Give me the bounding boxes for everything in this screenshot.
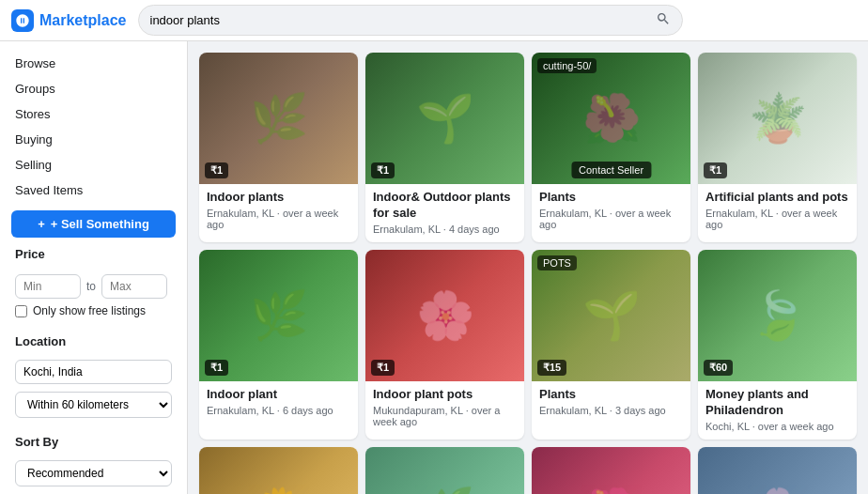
product-info: Indoor plant pots Mukundapuram, KL · ove… <box>365 381 524 435</box>
product-title: Plants <box>539 190 683 206</box>
product-image: 🌻 <box>199 447 358 494</box>
product-meta: Mukundapuram, KL · over a week ago <box>373 405 517 427</box>
search-button[interactable] <box>656 11 671 29</box>
product-info: Plants Ernakulam, KL · 3 days ago <box>532 381 690 424</box>
product-info: Indoor plant Ernakulam, KL · 6 days ago <box>199 381 358 424</box>
product-card[interactable]: 🌺 <box>532 447 690 494</box>
price-badge: ₹1 <box>704 162 727 178</box>
product-info: Plants Ernakulam, KL · over a week ago <box>532 184 690 238</box>
free-listings-label: Only show free listings <box>33 304 146 317</box>
sidebar-item-stores[interactable]: Stores <box>8 101 179 127</box>
price-badge: ₹15 <box>537 360 566 376</box>
sort-select[interactable]: Recommended Price: Low to High Price: Hi… <box>15 460 172 486</box>
product-card[interactable]: 🌱 ₹1 Indoor& Outdoor plants for sale Ern… <box>365 53 524 242</box>
price-badge: ₹1 <box>205 360 228 376</box>
free-listings-checkbox-label[interactable]: Only show free listings <box>15 304 172 317</box>
price-range-row: to <box>15 274 172 299</box>
product-info: Indoor plants Ernakulam, KL · over a wee… <box>199 184 358 238</box>
sidebar-item-saved-items[interactable]: Saved Items <box>8 178 179 203</box>
location-section: Within 60 kilometers Within 10 kilometer… <box>8 352 179 425</box>
product-title: Plants <box>539 387 683 403</box>
product-meta: Kochi, KL · over a week ago <box>705 421 849 432</box>
product-image: 🌿 <box>365 447 524 494</box>
product-card[interactable]: 🌸 <box>698 447 857 494</box>
main: Browse Groups Stores Buying Selling Save… <box>0 41 868 494</box>
product-card[interactable]: 🌸 ₹1 Indoor plant pots Mukundapuram, KL … <box>365 250 524 440</box>
price-badge: ₹60 <box>704 360 733 376</box>
price-max-input[interactable] <box>101 274 167 299</box>
product-card[interactable]: 🌱 POTS ₹15 Plants Ernakulam, KL · 3 days… <box>532 250 690 440</box>
product-meta: Ernakulam, KL · over a week ago <box>705 208 849 230</box>
logo-text: Marketplace <box>39 12 127 29</box>
product-meta: Ernakulam, KL · 6 days ago <box>207 405 350 416</box>
product-title: Artificial plants and pots <box>705 190 849 206</box>
distance-select[interactable]: Within 60 kilometers Within 10 kilometer… <box>15 392 172 418</box>
search-bar <box>138 5 683 36</box>
price-badge: ₹1 <box>205 162 228 178</box>
product-image: 🪴 ₹1 <box>698 53 857 184</box>
product-content: 🌿 ₹1 Indoor plants Ernakulam, KL · over … <box>188 41 868 494</box>
product-card[interactable]: 🌻 <box>199 447 358 494</box>
free-listings-checkbox[interactable] <box>15 305 27 317</box>
product-title: Indoor& Outdoor plants for sale <box>373 190 517 222</box>
product-meta: Ernakulam, KL · 4 days ago <box>373 224 517 235</box>
price-section: to Only show free listings <box>8 265 179 325</box>
overlay-badge: POTS <box>537 255 577 270</box>
logo: Marketplace <box>11 9 127 32</box>
product-title: Indoor plants <box>207 190 350 206</box>
plus-icon: + <box>38 217 45 231</box>
product-card[interactable]: 🌿 <box>365 447 524 494</box>
sidebar: Browse Groups Stores Buying Selling Save… <box>0 41 188 494</box>
product-image: 🍃 ₹60 <box>698 250 857 381</box>
search-input[interactable] <box>150 13 656 27</box>
sidebar-item-buying[interactable]: Buying <box>8 127 179 152</box>
product-meta: Ernakulam, KL · over a week ago <box>539 208 683 230</box>
overlay-badge: cutting-50/ <box>537 58 597 73</box>
price-min-input[interactable] <box>15 274 81 299</box>
price-to-text: to <box>86 280 96 293</box>
sort-section: Recommended Price: Low to High Price: Hi… <box>8 453 179 494</box>
product-title: Indoor plant pots <box>373 387 517 403</box>
sort-label: Sort By <box>15 435 172 449</box>
logo-icon <box>11 9 34 32</box>
sell-button-label: + Sell Something <box>51 217 149 231</box>
product-grid: 🌿 ₹1 Indoor plants Ernakulam, KL · over … <box>199 53 857 494</box>
product-card[interactable]: 🪴 ₹1 Artificial plants and pots Ernakula… <box>698 53 857 242</box>
product-info: Indoor& Outdoor plants for sale Ernakula… <box>365 184 524 242</box>
product-meta: Ernakulam, KL · 3 days ago <box>539 405 683 416</box>
header: Marketplace <box>0 0 868 41</box>
price-badge: ₹1 <box>371 162 395 178</box>
sidebar-item-selling[interactable]: Selling <box>8 152 179 178</box>
sidebar-item-groups[interactable]: Groups <box>8 76 179 101</box>
product-image: 🌸 <box>698 447 857 494</box>
product-image: 🌺 <box>532 447 690 494</box>
sidebar-item-browse[interactable]: Browse <box>8 51 179 76</box>
price-badge: ₹1 <box>371 360 395 376</box>
product-card[interactable]: 🍃 ₹60 Money plants and Philadendron Koch… <box>698 250 857 440</box>
product-card[interactable]: 🌿 ₹1 Indoor plant Ernakulam, KL · 6 days… <box>199 250 358 440</box>
product-image: 🌿 ₹1 <box>199 250 358 381</box>
contact-badge: Contact Seller <box>571 162 651 178</box>
product-image: 🌱 ₹1 <box>365 53 524 184</box>
location-label: Location <box>15 334 172 348</box>
product-image: 🌱 POTS ₹15 <box>532 250 690 381</box>
product-meta: Ernakulam, KL · over a week ago <box>207 208 350 230</box>
app-container: Marketplace Browse Groups Stores Buying … <box>0 0 868 494</box>
product-info: Artificial plants and pots Ernakulam, KL… <box>698 184 857 238</box>
sell-something-button[interactable]: + + Sell Something <box>11 210 176 238</box>
product-card[interactable]: 🌿 ₹1 Indoor plants Ernakulam, KL · over … <box>199 53 358 242</box>
product-info: Money plants and Philadendron Kochi, KL … <box>698 381 857 440</box>
product-title: Indoor plant <box>207 387 350 403</box>
product-image: 🌸 ₹1 <box>365 250 524 381</box>
price-label: Price <box>15 247 172 261</box>
location-input[interactable] <box>15 360 172 384</box>
product-card[interactable]: 🌺 cutting-50/ Contact Seller Plants Erna… <box>532 53 690 242</box>
product-image: 🌿 ₹1 <box>199 53 358 184</box>
product-title: Money plants and Philadendron <box>705 387 849 419</box>
product-image: 🌺 cutting-50/ Contact Seller <box>532 53 690 184</box>
